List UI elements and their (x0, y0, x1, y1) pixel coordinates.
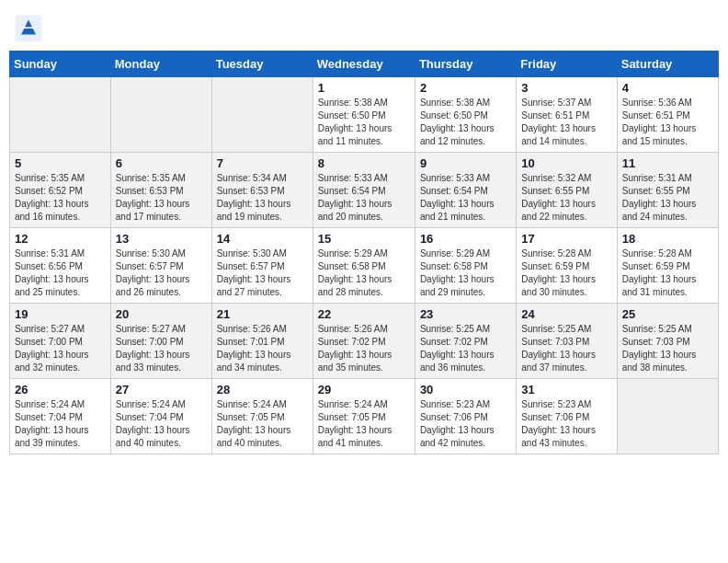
day-info: Sunrise: 5:30 AM Sunset: 6:57 PM Dayligh… (116, 247, 207, 299)
calendar-cell: 24Sunrise: 5:25 AM Sunset: 7:03 PM Dayli… (517, 304, 617, 379)
day-info: Sunrise: 5:29 AM Sunset: 6:58 PM Dayligh… (318, 247, 410, 299)
day-info: Sunrise: 5:24 AM Sunset: 7:04 PM Dayligh… (15, 398, 106, 450)
calendar-cell: 5Sunrise: 5:35 AM Sunset: 6:52 PM Daylig… (10, 153, 111, 228)
calendar-cell: 15Sunrise: 5:29 AM Sunset: 6:58 PM Dayli… (313, 228, 415, 304)
weekday-header-sunday: Sunday (10, 52, 111, 77)
day-number: 21 (217, 307, 308, 321)
page-header (9, 9, 719, 43)
calendar-cell: 1Sunrise: 5:38 AM Sunset: 6:50 PM Daylig… (313, 77, 415, 153)
day-info: Sunrise: 5:34 AM Sunset: 6:53 PM Dayligh… (217, 172, 308, 224)
calendar-cell: 3Sunrise: 5:37 AM Sunset: 6:51 PM Daylig… (517, 77, 617, 153)
calendar-cell: 20Sunrise: 5:27 AM Sunset: 7:00 PM Dayli… (110, 304, 211, 379)
day-number: 11 (622, 156, 713, 170)
day-info: Sunrise: 5:25 AM Sunset: 7:03 PM Dayligh… (521, 323, 611, 374)
calendar-cell: 31Sunrise: 5:23 AM Sunset: 7:06 PM Dayli… (517, 379, 617, 454)
day-number: 15 (318, 232, 410, 246)
day-number: 14 (217, 232, 308, 246)
day-number: 27 (116, 383, 207, 396)
calendar-cell (110, 77, 211, 153)
day-number: 18 (622, 232, 713, 246)
calendar-week-0: 1Sunrise: 5:38 AM Sunset: 6:50 PM Daylig… (10, 77, 719, 153)
day-number: 8 (318, 156, 410, 170)
day-info: Sunrise: 5:35 AM Sunset: 6:52 PM Dayligh… (15, 172, 106, 224)
calendar-cell: 30Sunrise: 5:23 AM Sunset: 7:06 PM Dayli… (415, 379, 516, 454)
day-number: 2 (420, 81, 511, 95)
weekday-header-wednesday: Wednesday (313, 52, 415, 77)
day-number: 22 (318, 307, 410, 321)
day-info: Sunrise: 5:25 AM Sunset: 7:02 PM Dayligh… (420, 323, 511, 374)
svg-rect-2 (23, 27, 35, 29)
calendar-table: SundayMondayTuesdayWednesdayThursdayFrid… (9, 51, 719, 454)
calendar-cell: 21Sunrise: 5:26 AM Sunset: 7:01 PM Dayli… (211, 304, 313, 379)
day-info: Sunrise: 5:38 AM Sunset: 6:50 PM Dayligh… (318, 97, 410, 148)
day-info: Sunrise: 5:27 AM Sunset: 7:00 PM Dayligh… (15, 323, 106, 374)
day-info: Sunrise: 5:32 AM Sunset: 6:55 PM Dayligh… (521, 172, 611, 224)
logo (14, 14, 45, 43)
day-info: Sunrise: 5:26 AM Sunset: 7:01 PM Dayligh… (217, 323, 308, 374)
calendar-week-4: 26Sunrise: 5:24 AM Sunset: 7:04 PM Dayli… (10, 379, 719, 454)
day-info: Sunrise: 5:26 AM Sunset: 7:02 PM Dayligh… (318, 323, 410, 374)
day-number: 24 (521, 307, 611, 321)
day-info: Sunrise: 5:30 AM Sunset: 6:57 PM Dayligh… (217, 247, 308, 299)
calendar-body: 1Sunrise: 5:38 AM Sunset: 6:50 PM Daylig… (10, 77, 719, 454)
day-number: 30 (420, 383, 511, 396)
day-number: 23 (420, 307, 511, 321)
weekday-header-thursday: Thursday (415, 52, 516, 77)
weekday-row: SundayMondayTuesdayWednesdayThursdayFrid… (10, 52, 719, 77)
day-number: 3 (521, 81, 611, 95)
calendar-cell: 29Sunrise: 5:24 AM Sunset: 7:05 PM Dayli… (313, 379, 415, 454)
weekday-header-tuesday: Tuesday (211, 52, 313, 77)
calendar-cell: 9Sunrise: 5:33 AM Sunset: 6:54 PM Daylig… (415, 153, 516, 228)
day-number: 17 (521, 232, 611, 246)
day-info: Sunrise: 5:24 AM Sunset: 7:05 PM Dayligh… (217, 398, 308, 450)
day-info: Sunrise: 5:31 AM Sunset: 6:55 PM Dayligh… (622, 172, 713, 224)
day-number: 29 (318, 383, 410, 396)
calendar-cell: 12Sunrise: 5:31 AM Sunset: 6:56 PM Dayli… (10, 228, 111, 304)
day-info: Sunrise: 5:23 AM Sunset: 7:06 PM Dayligh… (420, 398, 511, 450)
day-number: 25 (622, 307, 713, 321)
weekday-header-saturday: Saturday (617, 52, 718, 77)
day-info: Sunrise: 5:28 AM Sunset: 6:59 PM Dayligh… (521, 247, 611, 299)
day-info: Sunrise: 5:36 AM Sunset: 6:51 PM Dayligh… (622, 97, 713, 148)
calendar-cell: 6Sunrise: 5:35 AM Sunset: 6:53 PM Daylig… (110, 153, 211, 228)
calendar-cell: 19Sunrise: 5:27 AM Sunset: 7:00 PM Dayli… (10, 304, 111, 379)
calendar-week-2: 12Sunrise: 5:31 AM Sunset: 6:56 PM Dayli… (10, 228, 719, 304)
calendar-cell: 22Sunrise: 5:26 AM Sunset: 7:02 PM Dayli… (313, 304, 415, 379)
day-info: Sunrise: 5:35 AM Sunset: 6:53 PM Dayligh… (116, 172, 207, 224)
weekday-header-monday: Monday (110, 52, 211, 77)
day-info: Sunrise: 5:29 AM Sunset: 6:58 PM Dayligh… (420, 247, 511, 299)
calendar-cell (10, 77, 111, 153)
calendar-cell: 14Sunrise: 5:30 AM Sunset: 6:57 PM Dayli… (211, 228, 313, 304)
day-info: Sunrise: 5:27 AM Sunset: 7:00 PM Dayligh… (116, 323, 207, 374)
calendar-cell: 23Sunrise: 5:25 AM Sunset: 7:02 PM Dayli… (415, 304, 516, 379)
calendar-cell: 17Sunrise: 5:28 AM Sunset: 6:59 PM Dayli… (517, 228, 617, 304)
day-number: 7 (217, 156, 308, 170)
day-info: Sunrise: 5:31 AM Sunset: 6:56 PM Dayligh… (15, 247, 106, 299)
calendar-week-1: 5Sunrise: 5:35 AM Sunset: 6:52 PM Daylig… (10, 153, 719, 228)
calendar-cell: 18Sunrise: 5:28 AM Sunset: 6:59 PM Dayli… (617, 228, 718, 304)
day-number: 1 (318, 81, 410, 95)
day-info: Sunrise: 5:38 AM Sunset: 6:50 PM Dayligh… (420, 97, 511, 148)
day-number: 26 (15, 383, 106, 396)
day-number: 20 (116, 307, 207, 321)
day-info: Sunrise: 5:25 AM Sunset: 7:03 PM Dayligh… (622, 323, 713, 374)
day-number: 6 (116, 156, 207, 170)
day-number: 4 (622, 81, 713, 95)
calendar-cell: 11Sunrise: 5:31 AM Sunset: 6:55 PM Dayli… (617, 153, 718, 228)
calendar-cell: 8Sunrise: 5:33 AM Sunset: 6:54 PM Daylig… (313, 153, 415, 228)
day-number: 5 (15, 156, 106, 170)
calendar-cell: 7Sunrise: 5:34 AM Sunset: 6:53 PM Daylig… (211, 153, 313, 228)
calendar-cell: 25Sunrise: 5:25 AM Sunset: 7:03 PM Dayli… (617, 304, 718, 379)
weekday-header-friday: Friday (517, 52, 617, 77)
day-number: 13 (116, 232, 207, 246)
calendar-header: SundayMondayTuesdayWednesdayThursdayFrid… (10, 52, 719, 77)
calendar-cell: 27Sunrise: 5:24 AM Sunset: 7:04 PM Dayli… (110, 379, 211, 454)
calendar-cell: 26Sunrise: 5:24 AM Sunset: 7:04 PM Dayli… (10, 379, 111, 454)
day-number: 31 (521, 383, 611, 396)
calendar-week-3: 19Sunrise: 5:27 AM Sunset: 7:00 PM Dayli… (10, 304, 719, 379)
logo-icon (14, 14, 43, 43)
day-info: Sunrise: 5:33 AM Sunset: 6:54 PM Dayligh… (318, 172, 410, 224)
day-number: 12 (15, 232, 106, 246)
day-number: 28 (217, 383, 308, 396)
calendar-cell: 13Sunrise: 5:30 AM Sunset: 6:57 PM Dayli… (110, 228, 211, 304)
